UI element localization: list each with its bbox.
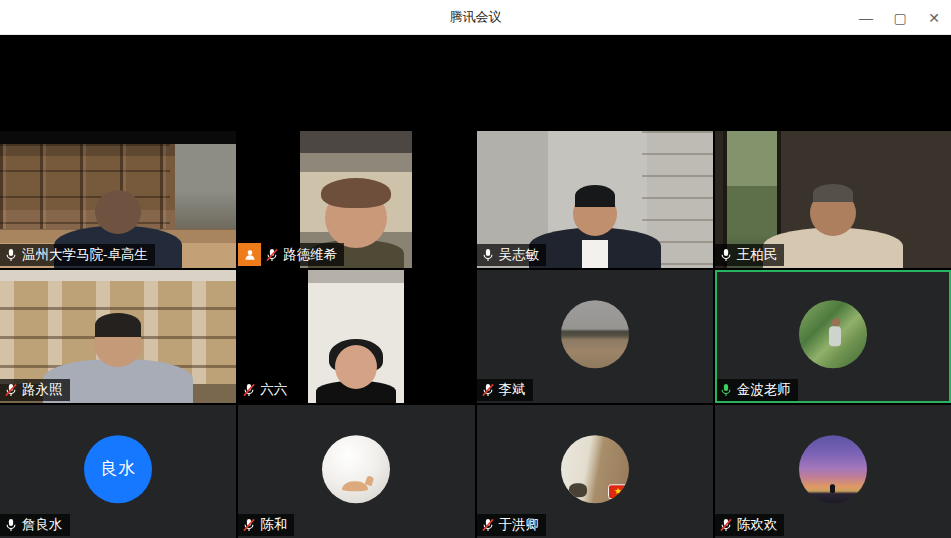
participant-label: 路德维希 bbox=[261, 243, 344, 266]
participant-label: 王柏民 bbox=[715, 244, 785, 266]
participant-name: 路永照 bbox=[22, 381, 63, 399]
participant-name: 陈欢欢 bbox=[737, 516, 778, 534]
participant-label: 六六 bbox=[238, 379, 294, 401]
mic-on-icon bbox=[4, 248, 18, 262]
close-button[interactable]: ✕ bbox=[917, 0, 951, 35]
avatar bbox=[799, 435, 867, 503]
participant-tile-4[interactable]: 王柏民 bbox=[715, 131, 951, 268]
mic-on-icon bbox=[481, 248, 495, 262]
participant-name: 陈和 bbox=[260, 516, 287, 534]
participant-tile-3[interactable]: 吴志敏 bbox=[477, 131, 713, 268]
participant-tile-2[interactable]: 路德维希 bbox=[238, 131, 474, 268]
avatar: ★ bbox=[561, 435, 629, 503]
mic-speaking-icon bbox=[719, 383, 733, 397]
window-controls: — ▢ ✕ bbox=[849, 0, 951, 35]
maximize-button[interactable]: ▢ bbox=[883, 0, 917, 35]
person-badge-icon bbox=[243, 248, 257, 262]
participant-label: 温州大学马院-卓高生 bbox=[0, 244, 155, 266]
participant-name: 六六 bbox=[260, 381, 287, 399]
participant-label: 詹良水 bbox=[0, 514, 70, 536]
participant-tile-10[interactable]: 陈和 bbox=[238, 405, 474, 538]
participant-tile-11[interactable]: ★ 于洪卿 bbox=[477, 405, 713, 538]
participant-label: 陈和 bbox=[238, 514, 294, 536]
participant-name: 吴志敏 bbox=[499, 246, 540, 264]
participant-tile-5[interactable]: 路永照 bbox=[0, 270, 236, 403]
participant-name: 于洪卿 bbox=[499, 516, 540, 534]
participant-label: 陈欢欢 bbox=[715, 514, 785, 536]
participant-name: 路德维希 bbox=[283, 246, 337, 264]
participant-label: 于洪卿 bbox=[477, 514, 547, 536]
avatar bbox=[561, 300, 629, 368]
participant-name: 李斌 bbox=[499, 381, 526, 399]
mic-on-icon bbox=[719, 248, 733, 262]
mic-muted-icon bbox=[719, 518, 733, 532]
mic-muted-icon bbox=[4, 383, 18, 397]
participant-grid: 温州大学马院-卓高生 路德维希 bbox=[0, 131, 951, 538]
participant-label: 金波老师 bbox=[715, 379, 798, 401]
participant-name: 温州大学马院-卓高生 bbox=[22, 246, 148, 264]
minimize-button[interactable]: — bbox=[849, 0, 883, 35]
participant-label: 路永照 bbox=[0, 379, 70, 401]
avatar: 良水 bbox=[84, 435, 152, 503]
mic-muted-icon bbox=[481, 383, 495, 397]
mic-muted-icon bbox=[242, 383, 256, 397]
mic-muted-icon bbox=[242, 518, 256, 532]
avatar bbox=[799, 300, 867, 368]
avatar-initials: 良水 bbox=[100, 457, 136, 480]
participant-tile-1[interactable]: 温州大学马院-卓高生 bbox=[0, 131, 236, 268]
participant-name: 金波老师 bbox=[737, 381, 791, 399]
participant-tile-6[interactable]: 六六 bbox=[238, 270, 474, 403]
mic-muted-icon bbox=[265, 248, 279, 262]
participant-tile-8[interactable]: 金波老师 bbox=[715, 270, 951, 403]
mic-muted-icon bbox=[481, 518, 495, 532]
participant-tile-12[interactable]: 陈欢欢 bbox=[715, 405, 951, 538]
china-flag-badge: ★ bbox=[608, 484, 629, 499]
mic-on-icon bbox=[4, 518, 18, 532]
avatar bbox=[322, 435, 390, 503]
meeting-stage: 温州大学马院-卓高生 路德维希 bbox=[0, 35, 951, 538]
participant-tile-7[interactable]: 李斌 bbox=[477, 270, 713, 403]
participant-label: 吴志敏 bbox=[477, 244, 547, 266]
participant-label: 李斌 bbox=[477, 379, 533, 401]
participant-name: 詹良水 bbox=[22, 516, 63, 534]
host-badge bbox=[238, 243, 261, 266]
title-bar: 腾讯会议 — ▢ ✕ bbox=[0, 0, 951, 35]
participant-tile-9[interactable]: 良水 詹良水 bbox=[0, 405, 236, 538]
participant-name: 王柏民 bbox=[737, 246, 778, 264]
window-title: 腾讯会议 bbox=[450, 8, 502, 26]
